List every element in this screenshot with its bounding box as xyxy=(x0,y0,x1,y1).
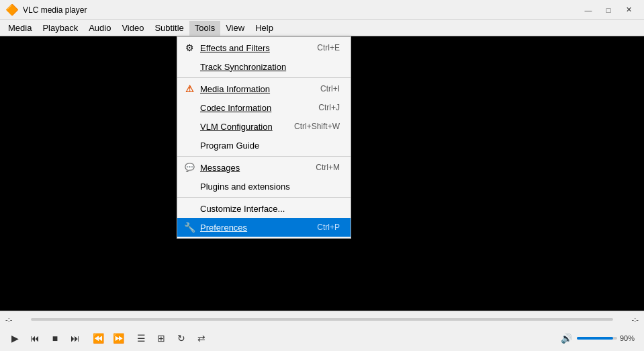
frame-next-button[interactable]: ⏩ xyxy=(109,329,128,348)
seekbar[interactable] xyxy=(31,318,613,321)
playlist-button[interactable]: ☰ xyxy=(132,329,150,348)
customize-label: Customize Interface... xyxy=(200,204,324,214)
separator-1 xyxy=(177,77,351,78)
media-info-icon: ⚠ xyxy=(183,82,196,95)
messages-label: Messages xyxy=(200,163,300,173)
messages-shortcut: Ctrl+M xyxy=(316,163,340,172)
volume-fill xyxy=(577,337,613,340)
menu-track-sync[interactable]: Track Synchronization xyxy=(177,57,351,76)
menu-preferences[interactable]: 🔧 Preferences Ctrl+P xyxy=(177,218,351,237)
vlm-label: VLM Configuration xyxy=(200,122,278,132)
play-button[interactable]: ▶ xyxy=(5,329,24,348)
extended-button[interactable]: ⊞ xyxy=(152,329,171,348)
maximize-button[interactable]: □ xyxy=(598,3,618,17)
preferences-icon: 🔧 xyxy=(183,221,196,234)
vlm-icon xyxy=(183,120,196,133)
plugins-icon xyxy=(183,180,196,193)
menu-subtitle[interactable]: Subtitle xyxy=(149,21,189,36)
menu-help[interactable]: Help xyxy=(250,21,279,36)
vlm-shortcut: Ctrl+Shift+W xyxy=(294,122,340,131)
menu-media[interactable]: Media xyxy=(3,21,37,36)
close-button[interactable]: ✕ xyxy=(618,3,639,17)
controls-bar: -:- -:- ▶ ⏮ ■ ⏭ ⏪ ⏩ ☰ ⊞ ↻ ⇄ 🔊 90% xyxy=(0,311,644,351)
program-guide-icon xyxy=(183,139,196,152)
codec-info-icon xyxy=(183,101,196,114)
track-sync-label: Track Synchronization xyxy=(200,62,324,72)
customize-icon xyxy=(183,202,196,215)
prev-button[interactable]: ⏮ xyxy=(26,329,44,348)
menu-plugins[interactable]: Plugins and extensions xyxy=(177,177,351,196)
titlebar: 🔶 VLC media player — □ ✕ xyxy=(0,0,644,20)
menu-program-guide[interactable]: Program Guide xyxy=(177,136,351,155)
mute-button[interactable]: 🔊 xyxy=(558,330,574,346)
codec-info-shortcut: Ctrl+J xyxy=(318,103,340,112)
minimize-button[interactable]: — xyxy=(578,3,598,17)
frame-prev-button[interactable]: ⏪ xyxy=(89,329,107,348)
codec-info-label: Codec Information xyxy=(200,103,302,113)
track-sync-icon xyxy=(183,60,196,73)
menu-view[interactable]: View xyxy=(220,21,250,36)
titlebar-title: VLC media player xyxy=(23,5,578,15)
effects-shortcut: Ctrl+E xyxy=(317,43,340,52)
menu-playback[interactable]: Playback xyxy=(37,21,83,36)
stop-button[interactable]: ■ xyxy=(46,329,64,348)
app-icon: 🔶 xyxy=(5,3,19,16)
media-info-shortcut: Ctrl+I xyxy=(320,84,340,93)
messages-icon: 💬 xyxy=(183,161,196,174)
volume-slider[interactable] xyxy=(577,337,617,340)
loop-button[interactable]: ↻ xyxy=(172,329,191,348)
menu-vlm[interactable]: VLM Configuration Ctrl+Shift+W xyxy=(177,117,351,136)
plugins-label: Plugins and extensions xyxy=(200,182,324,192)
effects-icon: ⚙ xyxy=(183,41,196,54)
separator-3 xyxy=(177,197,351,198)
program-guide-label: Program Guide xyxy=(200,141,324,151)
volume-label: 90% xyxy=(620,334,639,342)
media-info-label: Media Information xyxy=(200,84,304,94)
menubar: Media Playback Audio Video Subtitle Tool… xyxy=(0,20,644,36)
menu-effects-filters[interactable]: ⚙ Effects and Filters Ctrl+E xyxy=(177,38,351,57)
preferences-shortcut: Ctrl+P xyxy=(317,223,340,232)
menu-audio[interactable]: Audio xyxy=(83,21,116,36)
separator-2 xyxy=(177,156,351,157)
time-remaining: -:- xyxy=(617,315,639,323)
time-elapsed: -:- xyxy=(5,315,27,323)
effects-label: Effects and Filters xyxy=(200,43,301,53)
menu-video[interactable]: Video xyxy=(116,21,149,36)
menu-customize[interactable]: Customize Interface... xyxy=(177,199,351,218)
next-button[interactable]: ⏭ xyxy=(66,329,85,348)
progress-row: -:- -:- xyxy=(0,311,644,326)
menu-messages[interactable]: 💬 Messages Ctrl+M xyxy=(177,158,351,177)
titlebar-controls: — □ ✕ xyxy=(578,3,639,17)
volume-area: 🔊 90% xyxy=(558,330,639,346)
menu-tools[interactable]: Tools xyxy=(189,21,220,36)
menu-media-info[interactable]: ⚠ Media Information Ctrl+I xyxy=(177,79,351,98)
buttons-row: ▶ ⏮ ■ ⏭ ⏪ ⏩ ☰ ⊞ ↻ ⇄ 🔊 90% xyxy=(0,326,644,351)
random-button[interactable]: ⇄ xyxy=(192,329,211,348)
preferences-label: Preferences xyxy=(200,223,301,233)
tools-dropdown: ⚙ Effects and Filters Ctrl+E Track Synch… xyxy=(177,36,351,239)
menu-codec-info[interactable]: Codec Information Ctrl+J xyxy=(177,98,351,117)
